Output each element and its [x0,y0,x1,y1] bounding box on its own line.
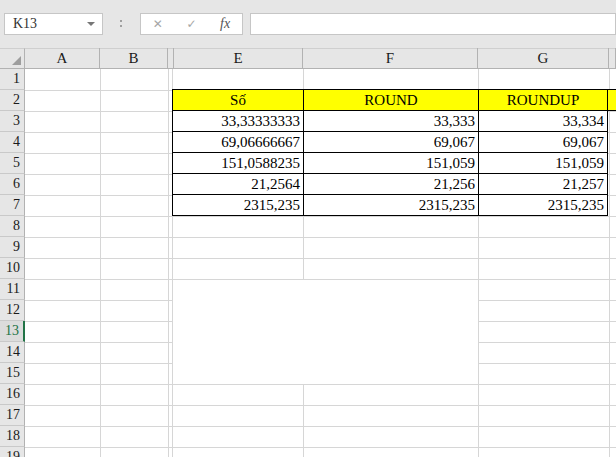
gridline-horizontal [25,447,616,448]
gridline-horizontal [25,384,616,385]
drag-handle-dots-icon [120,20,122,22]
row-header-5[interactable]: 5 [0,153,25,174]
row-header-8[interactable]: 8 [0,216,25,237]
cell-G5[interactable]: 151,059 [479,153,608,174]
gridline-horizontal [25,216,616,217]
formula-bar-input[interactable] [250,13,616,35]
column-header-B[interactable]: B [100,48,168,69]
gridline-horizontal [25,426,616,427]
cell-H2-sliver[interactable] [607,89,616,111]
name-box-value: K13 [13,14,37,34]
white-overlay-shape [173,280,478,384]
formula-bar-strip: K13 ✕ ✓ fx [0,0,616,48]
cell-E3[interactable]: 33,33333333 [173,111,304,132]
enter-icon[interactable]: ✓ [186,17,196,31]
cell-F4[interactable]: 69,067 [304,132,479,153]
row-header-14[interactable]: 14 [0,342,25,363]
column-header-G[interactable]: G [478,48,609,69]
row-header-4[interactable]: 4 [0,132,25,153]
cell-G6[interactable]: 21,257 [479,174,608,195]
row-header-12[interactable]: 12 [0,300,25,321]
rounding-table: SốROUNDROUNDUP33,3333333333,33333,33469,… [172,89,608,216]
row-header-1[interactable]: 1 [0,69,25,90]
cell-F5[interactable]: 151,059 [304,153,479,174]
row-header-3[interactable]: 3 [0,111,25,132]
cell-F2[interactable]: ROUND [304,90,479,111]
row-header-19[interactable]: 19 [0,447,25,457]
gridline-vertical [168,69,169,457]
row-header-18[interactable]: 18 [0,426,25,447]
cancel-icon[interactable]: ✕ [153,17,163,31]
row-header-7[interactable]: 7 [0,195,25,216]
row-header-10[interactable]: 10 [0,258,25,279]
gridline-vertical [609,69,610,457]
name-box-dropdown-icon[interactable] [87,22,95,26]
cell-G7[interactable]: 2315,235 [479,195,608,216]
cell-F7[interactable]: 2315,235 [304,195,479,216]
column-header-F[interactable]: F [303,48,478,69]
row-header-9[interactable]: 9 [0,237,25,258]
cell-F6[interactable]: 21,256 [304,174,479,195]
cell-E7[interactable]: 2315,235 [173,195,304,216]
cell-G2[interactable]: ROUNDUP [479,90,608,111]
gridline-vertical [100,69,101,457]
column-header-E[interactable]: E [173,48,303,69]
insert-function-icon[interactable]: fx [220,16,230,32]
name-box[interactable]: K13 [4,13,103,35]
gridline-horizontal [25,258,616,259]
cell-G3[interactable]: 33,334 [479,111,608,132]
row-header-15[interactable]: 15 [0,363,25,384]
row-header-17[interactable]: 17 [0,405,25,426]
select-all-corner[interactable] [0,48,25,69]
cell-E2[interactable]: Số [173,90,304,111]
row-header-16[interactable]: 16 [0,384,25,405]
formula-button-group: ✕ ✓ fx [140,13,243,35]
row-header-11[interactable]: 11 [0,279,25,300]
row-header-2[interactable]: 2 [0,90,25,111]
cell-F3[interactable]: 33,333 [304,111,479,132]
row-header-13[interactable]: 13 [0,321,25,342]
excel-window: K13 ✕ ✓ fx ABEFG 12345678910111213141516… [0,0,616,457]
cell-E4[interactable]: 69,06666667 [173,132,304,153]
cell-G4[interactable]: 69,067 [479,132,608,153]
cell-E6[interactable]: 21,2564 [173,174,304,195]
row-header-6[interactable]: 6 [0,174,25,195]
gridline-horizontal [25,405,616,406]
gridline-horizontal [25,237,616,238]
cell-E5[interactable]: 151,0588235 [173,153,304,174]
select-all-triangle-icon [12,56,21,65]
column-header-A[interactable]: A [25,48,100,69]
column-header-partial[interactable] [609,48,616,69]
